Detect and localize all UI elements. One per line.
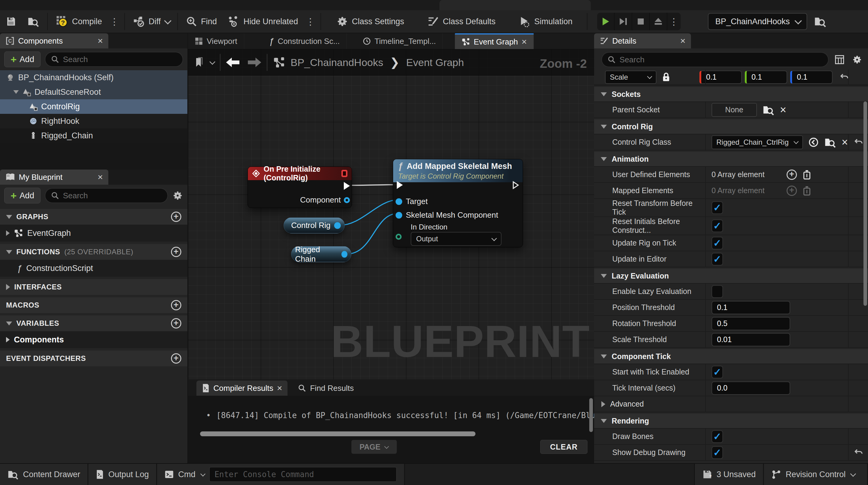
- control-rig-class-dropdown[interactable]: Rigged_Chain_CtrlRig: [712, 135, 803, 149]
- add-graph-icon[interactable]: [171, 212, 181, 222]
- interfaces-section-header[interactable]: INTERFACES: [0, 279, 187, 295]
- clear-button[interactable]: CLEAR: [540, 440, 587, 454]
- display-filter-icon[interactable]: [833, 53, 846, 66]
- tree-row-controlrig[interactable]: ControlRig: [0, 99, 187, 114]
- event-graph-item[interactable]: EventGraph: [0, 225, 187, 242]
- event-dispatchers-section-header[interactable]: EVENT DISPATCHERS: [0, 351, 187, 366]
- stop-button[interactable]: [632, 13, 650, 30]
- frame-skip-button[interactable]: [615, 13, 632, 30]
- tree-row-righthook[interactable]: RightHook: [0, 114, 187, 128]
- parent-socket-value-button[interactable]: None: [712, 103, 757, 117]
- event-graph-canvas[interactable]: BP_ChainandHooks ❯ Event Graph Zoom -2 B…: [188, 49, 594, 380]
- lazy-evaluation-section-header[interactable]: Lazy Evaluation: [594, 269, 868, 284]
- tree-row-riggedchain[interactable]: Rigged_Chain: [0, 128, 187, 143]
- compile-options-kebab[interactable]: [107, 17, 122, 27]
- variables-components-category[interactable]: Components: [0, 331, 187, 348]
- add-blueprint-item-button[interactable]: Add: [4, 188, 40, 204]
- show-debug-drawing-checkbox[interactable]: [712, 446, 723, 459]
- component-tick-section-header[interactable]: Component Tick: [594, 349, 868, 364]
- close-icon[interactable]: [97, 36, 103, 46]
- browse-to-asset-icon[interactable]: [814, 16, 827, 27]
- clear-value-icon[interactable]: ×: [842, 136, 848, 149]
- var-node-rigged-chain[interactable]: Rigged Chain: [291, 246, 351, 262]
- tab-find-results[interactable]: Find Results: [292, 381, 359, 396]
- chevron-down-icon[interactable]: [200, 473, 204, 476]
- var-out-pin[interactable]: [341, 251, 347, 257]
- var-out-pin[interactable]: [334, 222, 341, 229]
- use-selected-icon[interactable]: [808, 137, 819, 147]
- tab-my-blueprint[interactable]: My Blueprint: [0, 170, 108, 185]
- scale-x-input[interactable]: [700, 70, 742, 84]
- component-pin[interactable]: [344, 197, 350, 203]
- horizontal-scrollbar[interactable]: [200, 431, 475, 436]
- control-rig-section-header[interactable]: Control Rig: [594, 119, 868, 134]
- folder-search-icon[interactable]: [763, 104, 774, 115]
- folder-search-icon[interactable]: [824, 137, 836, 148]
- add-function-icon[interactable]: [171, 247, 181, 257]
- details-search-input[interactable]: [620, 55, 823, 64]
- reset-to-default-icon[interactable]: [854, 449, 863, 457]
- macros-section-header[interactable]: MACROS: [0, 297, 187, 313]
- close-icon[interactable]: [277, 384, 282, 393]
- gear-icon[interactable]: [850, 53, 864, 66]
- tab-event-graph[interactable]: Event Graph: [455, 33, 534, 49]
- construction-script-item[interactable]: ConstructionScript: [0, 260, 187, 277]
- add-array-element-icon[interactable]: [786, 170, 797, 180]
- class-settings-button[interactable]: Class Settings: [331, 10, 410, 33]
- add-event-dispatcher-icon[interactable]: [171, 353, 181, 364]
- compile-button[interactable]: ? Compile: [50, 10, 107, 33]
- scale-dropdown[interactable]: Scale: [605, 70, 656, 84]
- exec-out-pin[interactable]: [344, 182, 350, 190]
- debug-stop-icon[interactable]: [341, 170, 347, 177]
- page-dropdown-button[interactable]: PAGE: [351, 440, 397, 454]
- position-threshold-input[interactable]: [712, 301, 790, 314]
- close-icon[interactable]: [97, 173, 103, 182]
- tab-components[interactable]: C Components: [0, 33, 108, 49]
- tree-row-self[interactable]: BP_ChainandHooks (Self): [0, 70, 187, 85]
- exec-in-pin[interactable]: [397, 181, 403, 189]
- tree-row-defaultsceneroot[interactable]: DefaultSceneRoot: [0, 85, 187, 99]
- variables-section-header[interactable]: VARIABLES: [0, 315, 187, 331]
- expand-caret-icon[interactable]: [13, 90, 19, 94]
- add-macro-icon[interactable]: [171, 300, 181, 310]
- update-rig-checkbox[interactable]: [712, 237, 723, 249]
- clear-value-icon[interactable]: ×: [780, 103, 786, 116]
- reset-transform-checkbox[interactable]: [712, 201, 723, 214]
- tab-viewport[interactable]: Viewport: [188, 33, 244, 49]
- update-editor-checkbox[interactable]: [712, 253, 723, 266]
- find-button[interactable]: Find: [180, 10, 222, 33]
- hide-unrelated-button[interactable]: Hide Unrelated: [222, 10, 304, 33]
- scale-threshold-input[interactable]: [712, 333, 790, 346]
- reset-initials-checkbox[interactable]: [712, 219, 723, 232]
- asset-selector-dropdown[interactable]: BP_ChainAndHooks: [708, 13, 807, 30]
- save-button[interactable]: [0, 10, 22, 33]
- gear-icon[interactable]: [172, 190, 183, 201]
- cmd-label[interactable]: Cmd: [178, 470, 195, 479]
- advanced-expander-row[interactable]: Advanced: [594, 396, 868, 412]
- graphs-section-header[interactable]: GRAPHS: [0, 209, 187, 225]
- play-button[interactable]: [597, 13, 615, 30]
- start-tick-checkbox[interactable]: [712, 366, 723, 378]
- target-pin[interactable]: [396, 198, 402, 205]
- reset-to-default-icon[interactable]: [840, 73, 849, 81]
- unsaved-button[interactable]: * 3 Unsaved: [694, 464, 764, 485]
- close-icon[interactable]: [680, 36, 685, 46]
- vertical-scrollbar[interactable]: [589, 398, 593, 432]
- class-defaults-button[interactable]: Class Defaults: [422, 10, 501, 33]
- var-node-control-rig[interactable]: Control Rig: [284, 217, 345, 234]
- node-add-mapped-skeletal-mesh[interactable]: Add Mapped Skeletal Mesh Target is Contr…: [393, 159, 523, 247]
- simulation-button[interactable]: Simulation: [513, 10, 578, 33]
- add-variable-icon[interactable]: [171, 318, 181, 329]
- scale-y-input[interactable]: [745, 70, 787, 84]
- sockets-section-header[interactable]: Sockets: [594, 87, 868, 102]
- animation-section-header[interactable]: Animation: [594, 152, 868, 167]
- browse-asset-button[interactable]: [22, 10, 45, 33]
- lock-icon[interactable]: [662, 72, 670, 82]
- tab-details[interactable]: Details: [594, 33, 691, 49]
- reset-to-default-icon[interactable]: [854, 139, 863, 146]
- trash-icon[interactable]: [802, 170, 811, 180]
- diff-button[interactable]: Diff: [127, 10, 175, 33]
- functions-section-header[interactable]: FUNCTIONS (25 OVERRIDABLE): [0, 244, 187, 260]
- tab-timeline-template[interactable]: Timeline_Templ...: [356, 33, 443, 49]
- tab-compiler-results[interactable]: Compiler Results: [196, 381, 287, 396]
